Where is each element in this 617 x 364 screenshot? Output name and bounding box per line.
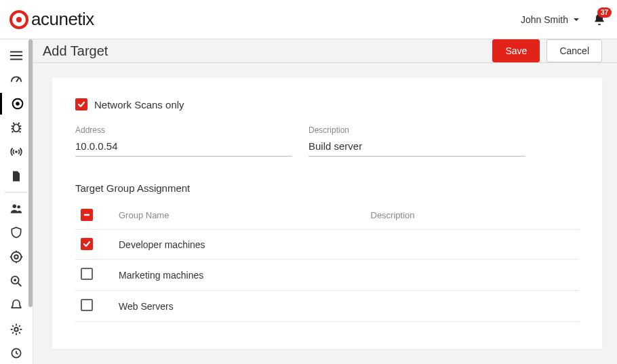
svg-point-1	[16, 17, 22, 22]
check-icon	[82, 239, 92, 249]
svg-point-8	[17, 205, 20, 209]
form-card: Network Scans only Address Description T…	[52, 78, 602, 349]
column-group-name: Group Name	[113, 201, 365, 230]
radio-icon	[9, 144, 24, 159]
row-name: Web Servers	[113, 291, 365, 322]
caret-down-icon	[572, 16, 580, 24]
address-field: Address	[75, 125, 292, 157]
row-description	[365, 291, 580, 322]
user-name: John Smith	[521, 14, 568, 25]
groups-table: Group Name Description Developer machine…	[75, 201, 579, 322]
brand-name: acunetix	[31, 9, 94, 30]
brand-mark-icon	[9, 10, 28, 29]
rail-settings[interactable]	[0, 319, 33, 340]
content: Add Target Save Cancel Network Scans onl…	[33, 39, 617, 364]
table-row[interactable]: Web Servers	[75, 291, 579, 322]
groups-select-all-checkbox[interactable]	[81, 209, 93, 221]
cancel-button[interactable]: Cancel	[546, 39, 602, 62]
search-cog-icon	[9, 274, 24, 289]
svg-point-9	[12, 252, 22, 262]
user-menu[interactable]: John Smith	[521, 14, 580, 25]
notifications-button[interactable]: 37	[593, 13, 606, 26]
groups-header-row: Group Name Description	[75, 201, 579, 230]
cog-icon	[9, 322, 24, 337]
table-row[interactable]: Developer machines	[75, 230, 579, 260]
row-description	[365, 260, 580, 291]
menu-icon	[9, 48, 24, 63]
rail-divider	[5, 192, 28, 193]
brand-logo: acunetix	[9, 9, 94, 30]
description-input[interactable]	[308, 138, 525, 157]
network-only-label: Network Scans only	[94, 99, 184, 110]
column-description: Description	[365, 201, 580, 230]
group-section-title: Target Group Assignment	[75, 182, 579, 194]
save-button[interactable]: Save	[492, 39, 540, 62]
svg-point-13	[14, 279, 16, 281]
row-description	[365, 230, 580, 260]
svg-line-2	[16, 78, 19, 82]
shield-icon	[9, 226, 23, 239]
topbar: acunetix John Smith 37	[0, 0, 617, 39]
svg-point-4	[16, 102, 20, 106]
table-row[interactable]: Marketing machines	[75, 260, 579, 291]
header-actions: Save Cancel	[492, 39, 602, 62]
check-icon	[77, 100, 86, 109]
people-icon	[9, 201, 24, 216]
address-input[interactable]	[75, 138, 292, 157]
svg-point-14	[14, 327, 18, 331]
topbar-right: John Smith 37	[521, 13, 606, 26]
page-body: Network Scans only Address Description T…	[33, 63, 617, 364]
engine-icon	[9, 249, 24, 264]
clock-icon	[9, 346, 23, 360]
row-name: Marketing machines	[113, 260, 365, 291]
gauge-icon	[9, 72, 24, 87]
page-header: Add Target Save Cancel	[33, 39, 617, 63]
rail-updates[interactable]	[0, 342, 33, 364]
description-label: Description	[308, 125, 525, 135]
row-checkbox[interactable]	[81, 268, 93, 280]
network-only-row: Network Scans only	[75, 98, 579, 110]
svg-line-12	[18, 283, 22, 286]
notifications-badge: 37	[597, 7, 612, 18]
svg-point-5	[13, 125, 19, 132]
svg-point-7	[13, 205, 17, 209]
row-checkbox[interactable]	[81, 238, 93, 250]
form-row: Address Description	[75, 125, 579, 157]
row-checkbox[interactable]	[81, 299, 93, 311]
row-name: Developer machines	[113, 230, 365, 260]
minus-icon	[83, 211, 91, 219]
svg-point-10	[14, 255, 18, 259]
svg-point-6	[15, 150, 18, 153]
sidebar-rail	[0, 39, 33, 364]
bell-outline-icon	[9, 298, 23, 312]
address-label: Address	[75, 125, 292, 135]
page-title: Add Target	[43, 43, 108, 59]
bug-icon	[9, 120, 24, 135]
description-field: Description	[308, 125, 525, 157]
target-icon	[10, 96, 25, 111]
network-only-checkbox[interactable]	[75, 98, 87, 110]
rail-scrollbar[interactable]	[28, 39, 33, 307]
file-icon	[9, 169, 23, 183]
